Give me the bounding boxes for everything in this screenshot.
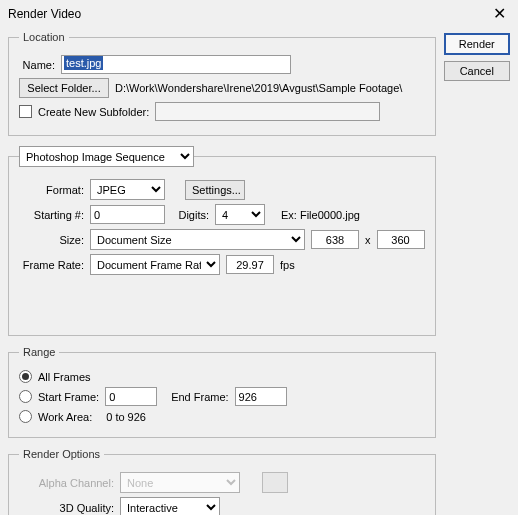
filename-example: Ex: File0000.jpg bbox=[281, 209, 360, 221]
framerate-select[interactable]: Document Frame Rate bbox=[90, 254, 220, 275]
width-input[interactable] bbox=[311, 230, 359, 249]
location-group: Location Name: test.jpg Select Folder...… bbox=[8, 31, 436, 136]
name-input[interactable]: test.jpg bbox=[61, 55, 291, 74]
work-area-radio[interactable] bbox=[19, 410, 32, 423]
digits-label: Digits: bbox=[171, 209, 209, 221]
close-icon[interactable]: ✕ bbox=[489, 4, 510, 23]
folder-path: D:\Work\Wondershare\Irene\2019\Avgust\Sa… bbox=[115, 82, 402, 94]
render-options-group: Render Options Alpha Channel: None 3D Qu… bbox=[8, 448, 436, 515]
range-legend: Range bbox=[19, 346, 59, 358]
alpha-extra-button bbox=[262, 472, 288, 493]
starting-label: Starting #: bbox=[19, 209, 84, 221]
create-subfolder-label: Create New Subfolder: bbox=[38, 106, 149, 118]
starting-input[interactable] bbox=[90, 205, 165, 224]
name-value: test.jpg bbox=[64, 56, 103, 70]
start-frame-radio[interactable] bbox=[19, 390, 32, 403]
framerate-input[interactable] bbox=[226, 255, 274, 274]
preset-select[interactable]: Photoshop Image Sequence bbox=[19, 146, 194, 167]
quality-label: 3D Quality: bbox=[19, 502, 114, 514]
cancel-button[interactable]: Cancel bbox=[444, 61, 511, 81]
size-select[interactable]: Document Size bbox=[90, 229, 305, 250]
fps-label: fps bbox=[280, 259, 295, 271]
work-area-range: 0 to 926 bbox=[106, 411, 146, 423]
location-legend: Location bbox=[19, 31, 69, 43]
settings-button[interactable]: Settings... bbox=[185, 180, 245, 200]
alpha-select: None bbox=[120, 472, 240, 493]
height-input[interactable] bbox=[377, 230, 425, 249]
end-frame-input[interactable] bbox=[235, 387, 287, 406]
x-label: x bbox=[365, 234, 371, 246]
render-options-legend: Render Options bbox=[19, 448, 104, 460]
digits-select[interactable]: 4 bbox=[215, 204, 265, 225]
range-group: Range All Frames Start Frame: End Frame:… bbox=[8, 346, 436, 438]
format-label: Format: bbox=[19, 184, 84, 196]
all-frames-radio[interactable] bbox=[19, 370, 32, 383]
end-frame-label: End Frame: bbox=[171, 391, 228, 403]
quality-select[interactable]: Interactive bbox=[120, 497, 220, 515]
alpha-label: Alpha Channel: bbox=[19, 477, 114, 489]
all-frames-label: All Frames bbox=[38, 371, 91, 383]
subfolder-input[interactable] bbox=[155, 102, 380, 121]
work-area-label: Work Area: bbox=[38, 411, 92, 423]
window-title: Render Video bbox=[8, 7, 81, 21]
size-label: Size: bbox=[19, 234, 84, 246]
start-frame-label: Start Frame: bbox=[38, 391, 99, 403]
name-label: Name: bbox=[19, 59, 55, 71]
export-group: Photoshop Image Sequence Format: JPEG Se… bbox=[8, 146, 436, 336]
create-subfolder-checkbox[interactable] bbox=[19, 105, 32, 118]
start-frame-input[interactable] bbox=[105, 387, 157, 406]
render-button[interactable]: Render bbox=[444, 33, 511, 55]
format-select[interactable]: JPEG bbox=[90, 179, 165, 200]
select-folder-button[interactable]: Select Folder... bbox=[19, 78, 109, 98]
framerate-label: Frame Rate: bbox=[19, 259, 84, 271]
